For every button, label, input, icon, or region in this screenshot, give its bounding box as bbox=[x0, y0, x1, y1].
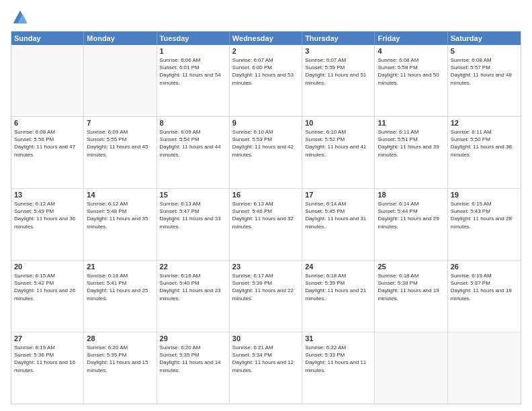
day-number: 21 bbox=[87, 263, 153, 271]
calendar-cell: 21Sunrise: 6:16 AM Sunset: 5:41 PM Dayli… bbox=[84, 261, 157, 332]
calendar-week-row: 6Sunrise: 6:08 AM Sunset: 5:56 PM Daylig… bbox=[11, 117, 521, 189]
logo-icon bbox=[11, 8, 30, 27]
cell-info: Sunrise: 6:15 AM Sunset: 5:42 PM Dayligh… bbox=[14, 272, 81, 302]
day-number: 11 bbox=[378, 119, 444, 127]
calendar: SundayMondayTuesdayWednesdayThursdayFrid… bbox=[11, 31, 521, 404]
weekday-header: Monday bbox=[84, 32, 157, 45]
day-number: 18 bbox=[378, 191, 444, 199]
calendar-cell: 4Sunrise: 6:08 AM Sunset: 5:58 PM Daylig… bbox=[375, 45, 447, 116]
calendar-cell: 13Sunrise: 6:12 AM Sunset: 5:49 PM Dayli… bbox=[11, 189, 84, 260]
cell-info: Sunrise: 6:07 AM Sunset: 5:59 PM Dayligh… bbox=[305, 56, 371, 87]
calendar-header: SundayMondayTuesdayWednesdayThursdayFrid… bbox=[11, 32, 521, 45]
day-number: 3 bbox=[305, 47, 371, 55]
calendar-cell bbox=[448, 332, 521, 404]
day-number: 27 bbox=[14, 334, 81, 342]
calendar-cell: 5Sunrise: 6:08 AM Sunset: 5:57 PM Daylig… bbox=[448, 45, 521, 116]
calendar-cell: 12Sunrise: 6:11 AM Sunset: 5:50 PM Dayli… bbox=[448, 117, 521, 188]
weekday-header: Saturday bbox=[448, 32, 521, 45]
day-number: 28 bbox=[87, 334, 153, 342]
calendar-cell: 7Sunrise: 6:09 AM Sunset: 5:55 PM Daylig… bbox=[84, 117, 157, 188]
calendar-cell: 17Sunrise: 6:14 AM Sunset: 5:45 PM Dayli… bbox=[302, 189, 375, 260]
cell-info: Sunrise: 6:10 AM Sunset: 5:53 PM Dayligh… bbox=[232, 128, 299, 158]
cell-info: Sunrise: 6:16 AM Sunset: 5:40 PM Dayligh… bbox=[160, 272, 226, 302]
day-number: 25 bbox=[378, 263, 444, 271]
calendar-cell: 9Sunrise: 6:10 AM Sunset: 5:53 PM Daylig… bbox=[230, 117, 302, 188]
cell-info: Sunrise: 6:15 AM Sunset: 5:43 PM Dayligh… bbox=[451, 200, 518, 230]
cell-info: Sunrise: 6:19 AM Sunset: 5:36 PM Dayligh… bbox=[14, 344, 81, 374]
day-number: 14 bbox=[87, 191, 153, 199]
calendar-cell: 11Sunrise: 6:11 AM Sunset: 5:51 PM Dayli… bbox=[375, 117, 447, 188]
calendar-cell: 19Sunrise: 6:15 AM Sunset: 5:43 PM Dayli… bbox=[448, 189, 521, 260]
day-number: 2 bbox=[232, 47, 299, 55]
calendar-cell: 28Sunrise: 6:20 AM Sunset: 5:35 PM Dayli… bbox=[84, 332, 157, 404]
calendar-cell: 25Sunrise: 6:18 AM Sunset: 5:38 PM Dayli… bbox=[375, 261, 447, 332]
calendar-cell: 6Sunrise: 6:08 AM Sunset: 5:56 PM Daylig… bbox=[11, 117, 84, 188]
cell-info: Sunrise: 6:21 AM Sunset: 5:34 PM Dayligh… bbox=[232, 344, 299, 374]
weekday-header: Sunday bbox=[11, 32, 84, 45]
cell-info: Sunrise: 6:12 AM Sunset: 5:48 PM Dayligh… bbox=[87, 200, 153, 230]
calendar-body: 1Sunrise: 6:06 AM Sunset: 6:01 PM Daylig… bbox=[11, 45, 521, 404]
calendar-week-row: 13Sunrise: 6:12 AM Sunset: 5:49 PM Dayli… bbox=[11, 189, 521, 261]
cell-info: Sunrise: 6:18 AM Sunset: 5:39 PM Dayligh… bbox=[305, 272, 371, 302]
cell-info: Sunrise: 6:07 AM Sunset: 6:00 PM Dayligh… bbox=[232, 56, 299, 87]
weekday-header: Thursday bbox=[302, 32, 375, 45]
day-number: 20 bbox=[14, 263, 81, 271]
calendar-cell: 16Sunrise: 6:13 AM Sunset: 5:46 PM Dayli… bbox=[230, 189, 302, 260]
day-number: 17 bbox=[305, 191, 371, 199]
calendar-cell: 10Sunrise: 6:10 AM Sunset: 5:52 PM Dayli… bbox=[302, 117, 375, 188]
cell-info: Sunrise: 6:06 AM Sunset: 6:01 PM Dayligh… bbox=[160, 56, 226, 87]
calendar-cell: 20Sunrise: 6:15 AM Sunset: 5:42 PM Dayli… bbox=[11, 261, 84, 332]
cell-info: Sunrise: 6:17 AM Sunset: 5:39 PM Dayligh… bbox=[232, 272, 299, 302]
calendar-cell: 14Sunrise: 6:12 AM Sunset: 5:48 PM Dayli… bbox=[84, 189, 157, 260]
day-number: 12 bbox=[451, 119, 518, 127]
cell-info: Sunrise: 6:08 AM Sunset: 5:57 PM Dayligh… bbox=[451, 56, 518, 87]
calendar-cell: 2Sunrise: 6:07 AM Sunset: 6:00 PM Daylig… bbox=[230, 45, 302, 116]
cell-info: Sunrise: 6:11 AM Sunset: 5:50 PM Dayligh… bbox=[451, 128, 518, 158]
cell-info: Sunrise: 6:11 AM Sunset: 5:51 PM Dayligh… bbox=[378, 128, 444, 158]
weekday-header: Friday bbox=[375, 32, 447, 45]
weekday-header: Tuesday bbox=[157, 32, 230, 45]
cell-info: Sunrise: 6:18 AM Sunset: 5:38 PM Dayligh… bbox=[378, 272, 444, 302]
calendar-cell bbox=[84, 45, 157, 116]
day-number: 5 bbox=[451, 47, 518, 55]
day-number: 16 bbox=[232, 191, 299, 199]
cell-info: Sunrise: 6:19 AM Sunset: 5:37 PM Dayligh… bbox=[451, 272, 518, 302]
weekday-header: Wednesday bbox=[230, 32, 302, 45]
day-number: 23 bbox=[232, 263, 299, 271]
day-number: 10 bbox=[305, 119, 371, 127]
day-number: 4 bbox=[378, 47, 444, 55]
day-number: 30 bbox=[232, 334, 299, 342]
day-number: 22 bbox=[160, 263, 226, 271]
logo bbox=[11, 8, 32, 27]
day-number: 13 bbox=[14, 191, 81, 199]
day-number: 9 bbox=[232, 119, 299, 127]
cell-info: Sunrise: 6:16 AM Sunset: 5:41 PM Dayligh… bbox=[87, 272, 153, 302]
calendar-cell bbox=[375, 332, 447, 404]
cell-info: Sunrise: 6:14 AM Sunset: 5:45 PM Dayligh… bbox=[305, 200, 371, 230]
header bbox=[11, 8, 521, 27]
calendar-cell: 24Sunrise: 6:18 AM Sunset: 5:39 PM Dayli… bbox=[302, 261, 375, 332]
cell-info: Sunrise: 6:20 AM Sunset: 5:35 PM Dayligh… bbox=[87, 344, 153, 374]
day-number: 26 bbox=[451, 263, 518, 271]
day-number: 29 bbox=[160, 334, 226, 342]
cell-info: Sunrise: 6:08 AM Sunset: 5:58 PM Dayligh… bbox=[378, 56, 444, 87]
calendar-cell: 26Sunrise: 6:19 AM Sunset: 5:37 PM Dayli… bbox=[448, 261, 521, 332]
calendar-week-row: 1Sunrise: 6:06 AM Sunset: 6:01 PM Daylig… bbox=[11, 45, 521, 117]
cell-info: Sunrise: 6:08 AM Sunset: 5:56 PM Dayligh… bbox=[14, 128, 81, 158]
cell-info: Sunrise: 6:12 AM Sunset: 5:49 PM Dayligh… bbox=[14, 200, 81, 230]
calendar-cell: 29Sunrise: 6:20 AM Sunset: 5:35 PM Dayli… bbox=[157, 332, 230, 404]
cell-info: Sunrise: 6:09 AM Sunset: 5:55 PM Dayligh… bbox=[87, 128, 153, 158]
cell-info: Sunrise: 6:13 AM Sunset: 5:46 PM Dayligh… bbox=[232, 200, 299, 230]
calendar-cell: 23Sunrise: 6:17 AM Sunset: 5:39 PM Dayli… bbox=[230, 261, 302, 332]
day-number: 31 bbox=[305, 334, 371, 342]
cell-info: Sunrise: 6:22 AM Sunset: 5:33 PM Dayligh… bbox=[305, 344, 371, 374]
calendar-cell: 3Sunrise: 6:07 AM Sunset: 5:59 PM Daylig… bbox=[302, 45, 375, 116]
calendar-cell: 31Sunrise: 6:22 AM Sunset: 5:33 PM Dayli… bbox=[302, 332, 375, 404]
calendar-cell: 27Sunrise: 6:19 AM Sunset: 5:36 PM Dayli… bbox=[11, 332, 84, 404]
day-number: 24 bbox=[305, 263, 371, 271]
cell-info: Sunrise: 6:13 AM Sunset: 5:47 PM Dayligh… bbox=[160, 200, 226, 230]
calendar-week-row: 27Sunrise: 6:19 AM Sunset: 5:36 PM Dayli… bbox=[11, 332, 521, 404]
calendar-cell bbox=[11, 45, 84, 116]
day-number: 6 bbox=[14, 119, 81, 127]
day-number: 19 bbox=[451, 191, 518, 199]
